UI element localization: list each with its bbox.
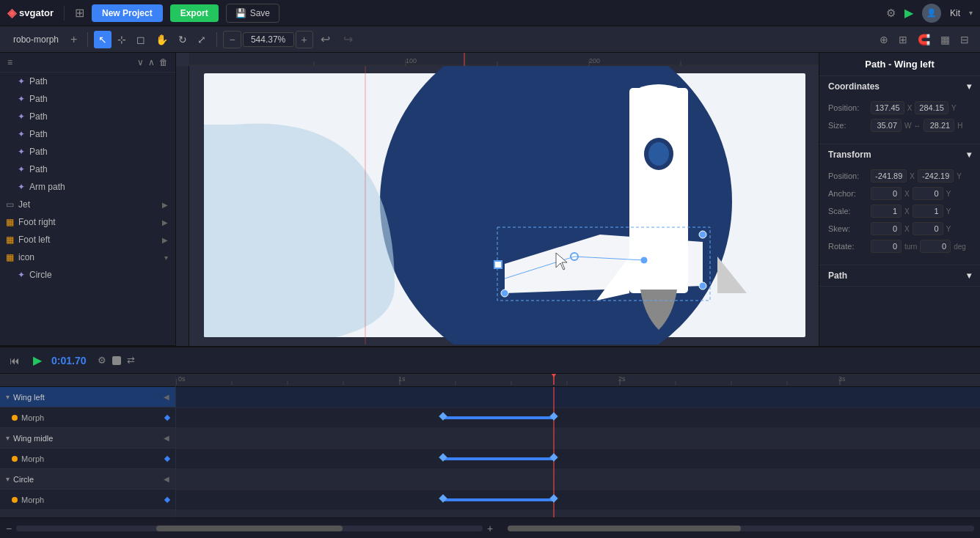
go-start-button[interactable]: ⏮ <box>6 353 23 369</box>
layer-item-arm-path[interactable]: ✦ Arm path <box>0 178 175 196</box>
redo-button[interactable]: ↪ <box>337 29 359 49</box>
transform-collapse-icon[interactable]: ▾ <box>967 150 971 160</box>
play-preview-button[interactable]: ▶ <box>904 6 913 20</box>
layer-expand-icon[interactable]: ▶ <box>162 201 168 209</box>
morph-label-3: Morph <box>21 495 44 504</box>
anchor-y[interactable]: 0 <box>913 187 943 200</box>
timeline-tracks[interactable]: 0s 1s 2s 3s <box>176 374 980 517</box>
coordinates-collapse-icon[interactable]: ▾ <box>967 81 971 92</box>
layer-item-path3[interactable]: ✦ Path <box>0 108 175 125</box>
path-collapse-icon[interactable]: ▾ <box>967 270 971 281</box>
position-y-value[interactable]: 284.15 <box>915 101 948 114</box>
shape-tool-button[interactable]: ◻ <box>132 31 150 48</box>
layer-item-path1[interactable]: ✦ Path <box>0 73 175 90</box>
layer-item-circle[interactable]: ✦ Circle <box>0 266 175 284</box>
layer-expand-icon[interactable]: ▶ <box>162 218 168 226</box>
tl-wing-midle-morph-row[interactable]: Morph <box>0 449 175 469</box>
layer-item-path5[interactable]: ✦ Path <box>0 143 175 161</box>
user-name[interactable]: Kit <box>950 8 960 18</box>
circle-expand-icon[interactable]: ▾ <box>6 475 10 483</box>
rotate-val[interactable]: 0 <box>871 240 902 253</box>
zoom-out-button[interactable]: − <box>223 31 241 48</box>
anchor-x[interactable]: 0 <box>871 187 902 200</box>
timeline-settings-icon[interactable]: ⚙ <box>98 355 106 366</box>
svg-rect-55 <box>176 490 980 510</box>
undo-button[interactable]: ↩ <box>315 29 336 49</box>
wing-left-label: Wing left <box>13 393 45 402</box>
timeline-scrollbar[interactable] <box>16 526 483 531</box>
tl-wing-midle-row[interactable]: ▾ Wing midle ◀ <box>0 428 175 449</box>
rotate-val2[interactable]: 0 <box>920 240 951 253</box>
scale-y[interactable]: 1 <box>913 204 943 218</box>
layer-item-foot-left[interactable]: ▦ Foot left ▶ <box>0 231 175 248</box>
zoom-in-button[interactable]: + <box>296 31 313 48</box>
timeline-zoom-in-button[interactable]: + <box>487 523 493 534</box>
expand-icon[interactable]: ∧ <box>148 57 155 67</box>
keyframe-add-diamond-1[interactable] <box>164 414 170 420</box>
layer-expand-icon[interactable]: ▾ <box>164 254 168 262</box>
canvas-content[interactable] <box>189 66 819 346</box>
stop-button[interactable] <box>112 356 121 365</box>
skew-y[interactable]: 0 <box>913 222 943 235</box>
timeline-zoom-out-button[interactable]: − <box>6 523 12 534</box>
settings-icon[interactable]: ⚙ <box>886 7 896 20</box>
select-tool-button[interactable]: ↖ <box>94 31 111 48</box>
play-button[interactable]: ▶ <box>29 351 45 369</box>
rotate-tool-button[interactable]: ↻ <box>174 31 191 48</box>
keyframe-add-diamond-2[interactable] <box>164 455 170 461</box>
align-icon-1[interactable]: ⊕ <box>876 31 892 48</box>
save-button[interactable]: 💾 Save <box>226 4 279 23</box>
tl-body-row[interactable]: ▾ Body ◀ <box>0 510 175 517</box>
hand-tool-button[interactable]: ✋ <box>151 31 172 48</box>
position-x-value[interactable]: 137.45 <box>871 101 904 114</box>
canvas-area[interactable]: 100 200 300 <box>176 53 819 346</box>
layer-expand-icon[interactable]: ▶ <box>162 236 168 244</box>
scale-x[interactable]: 1 <box>871 204 902 218</box>
circle-path-icon: ✦ <box>18 270 25 280</box>
grid-icon[interactable]: ▦ <box>937 31 954 48</box>
tl-wing-left-row[interactable]: ▾ Wing left ◀ <box>0 387 175 408</box>
tl-wing-left-morph-row[interactable]: Morph <box>0 408 175 428</box>
align-icon-3[interactable]: ⊟ <box>957 31 973 48</box>
layer-item-path6[interactable]: ✦ Path <box>0 161 175 178</box>
align-icon-2[interactable]: ⊞ <box>895 31 911 48</box>
layer-item-foot-right[interactable]: ▦ Foot right ▶ <box>0 213 175 231</box>
delete-layer-icon[interactable]: 🗑 <box>159 57 168 67</box>
size-h-value[interactable]: 28.21 <box>924 119 954 132</box>
app-grid-icon[interactable]: ⊞ <box>75 6 84 20</box>
tl-circle-row[interactable]: ▾ Circle ◀ <box>0 469 175 490</box>
layer-item-jet[interactable]: ▭ Jet ▶ <box>0 196 175 213</box>
direct-select-tool-button[interactable]: ⊹ <box>113 31 131 48</box>
tab-add-button[interactable]: + <box>66 32 81 48</box>
loop-button[interactable]: ⇄ <box>127 355 135 366</box>
t-position-y[interactable]: -242.19 <box>918 169 954 183</box>
layer-item-path2[interactable]: ✦ Path <box>0 90 175 108</box>
wing-left-expand-icon[interactable]: ▾ <box>6 393 10 401</box>
transform-section-header[interactable]: Transform ▾ <box>819 144 980 165</box>
timeline-h-scrollbar-thumb[interactable] <box>508 526 741 531</box>
collapse-icon[interactable]: ∨ <box>137 57 144 67</box>
timeline-scrollbar-thumb[interactable] <box>156 526 343 531</box>
user-dropdown-chevron[interactable]: ▾ <box>969 9 973 17</box>
size-w-value[interactable]: 35.07 <box>871 119 902 132</box>
tl-circle-morph-row[interactable]: Morph <box>0 490 175 510</box>
layer-item-path4[interactable]: ✦ Path <box>0 125 175 143</box>
layer-item-icon[interactable]: ▦ icon ▾ <box>0 248 175 266</box>
keyframe-add-diamond-3[interactable] <box>164 496 170 502</box>
skew-x[interactable]: 0 <box>871 222 902 235</box>
coordinates-section-header[interactable]: Coordinates ▾ <box>819 76 980 97</box>
wing-left-arrow[interactable]: ◀ <box>164 393 169 401</box>
track-area[interactable] <box>176 387 980 517</box>
wing-midle-arrow[interactable]: ◀ <box>164 434 169 442</box>
magnet-icon[interactable]: 🧲 <box>914 31 934 48</box>
export-button[interactable]: Export <box>170 4 219 22</box>
t-position-x[interactable]: -241.89 <box>871 169 907 183</box>
scale-tool-button[interactable]: ⤢ <box>193 31 211 48</box>
timeline-h-scrollbar[interactable] <box>508 526 974 531</box>
circle-arrow[interactable]: ◀ <box>164 475 169 483</box>
tl-ruler-spacer <box>0 374 175 387</box>
wing-midle-expand-icon[interactable]: ▾ <box>6 434 10 442</box>
layers-hamburger-icon[interactable]: ≡ <box>7 57 12 67</box>
path-section-header[interactable]: Path ▾ <box>819 265 980 286</box>
new-project-button[interactable]: New Project <box>92 4 163 22</box>
